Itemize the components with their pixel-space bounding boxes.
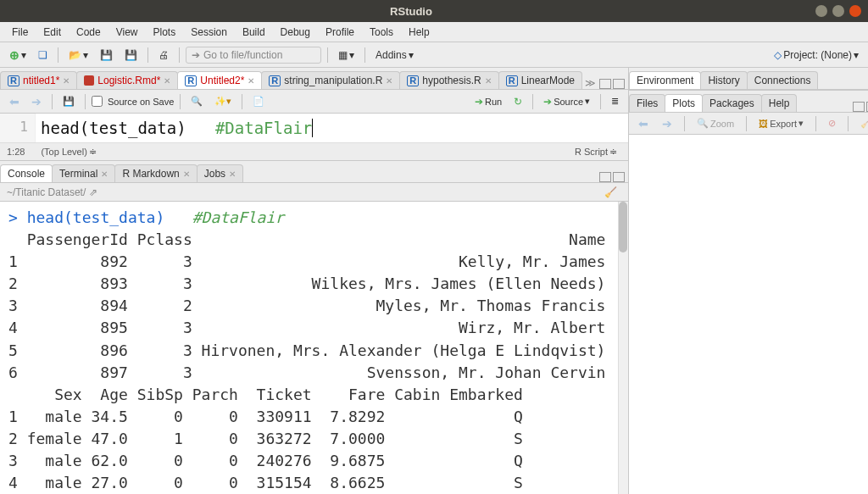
working-directory[interactable]: ~/Titanic Dataset/ — [7, 186, 86, 198]
source-on-save-checkbox[interactable] — [92, 96, 103, 107]
maximize-button[interactable] — [832, 5, 844, 17]
close-icon[interactable]: ✕ — [183, 169, 190, 179]
plot-prev-button[interactable]: ⬅ — [634, 114, 653, 133]
scroll-thumb[interactable] — [619, 202, 627, 253]
tab-packages[interactable]: Packages — [702, 94, 762, 112]
rerun-button[interactable]: ↻ — [509, 93, 526, 110]
tab-terminal[interactable]: Terminal✕ — [52, 164, 115, 182]
tab-connections[interactable]: Connections — [747, 71, 819, 89]
zoom-button[interactable]: 🔍 Zoom — [693, 115, 738, 131]
menu-code[interactable]: Code — [70, 25, 108, 40]
console-header: ~/Titanic Dataset/ ⇗ 🧹 — [0, 183, 628, 202]
project-icon: ◇ — [774, 49, 782, 61]
project-cube-icon: ❏ — [38, 49, 47, 61]
close-icon[interactable]: ✕ — [386, 76, 392, 86]
project-menu[interactable]: ◇ Project: (None) ▾ — [770, 47, 863, 64]
tab-rmarkdown[interactable]: R Markdown✕ — [114, 164, 197, 182]
close-button[interactable] — [849, 5, 861, 17]
cursor-position: 1:28 — [7, 147, 25, 157]
run-button[interactable]: ➔Run — [470, 93, 506, 110]
menu-file[interactable]: File — [5, 25, 35, 40]
minimize-pane-icon[interactable] — [599, 79, 611, 89]
menu-profile[interactable]: Profile — [319, 25, 361, 40]
close-icon[interactable]: ✕ — [248, 76, 254, 86]
tab-logistic-rmd[interactable]: Logistic.Rmd*✕ — [76, 71, 178, 89]
scope-selector[interactable]: (Top Level) ≑ — [36, 144, 100, 160]
open-file-button[interactable]: 📂▾ — [64, 47, 92, 64]
close-icon[interactable]: ✕ — [164, 76, 170, 86]
tab-environment[interactable]: Environment — [629, 71, 701, 89]
plots-area — [629, 135, 868, 494]
source-dropdown-button[interactable]: ➔Source ▾ — [539, 93, 594, 110]
grid-button[interactable]: ▦▾ — [334, 47, 359, 64]
tab-plots[interactable]: Plots — [665, 94, 703, 112]
clear-console-button[interactable]: 🧹 — [600, 184, 621, 201]
language-selector[interactable]: R Script ≑ — [570, 144, 621, 160]
pane-controls — [599, 172, 628, 182]
export-button[interactable]: 🖼 Export ▾ — [754, 115, 808, 131]
output-row: 1 male 34.5 0 0 330911 7.8292 Q — [8, 408, 523, 425]
outline-button[interactable]: ≣ — [607, 93, 623, 109]
cursor — [312, 119, 313, 137]
tab-history[interactable]: History — [700, 71, 747, 89]
clear-plots-button[interactable]: 🧹 — [856, 115, 868, 131]
goto-arrow-icon: ➔ — [192, 49, 200, 61]
remove-plot-button[interactable]: ⊘ — [824, 115, 840, 131]
tab-jobs[interactable]: Jobs✕ — [197, 164, 243, 182]
new-file-button[interactable]: ⊕▾ — [5, 46, 31, 64]
tab-untitled2[interactable]: RUntitled2*✕ — [177, 71, 262, 89]
menu-plots[interactable]: Plots — [147, 25, 183, 40]
minimize-pane-icon[interactable] — [853, 102, 865, 112]
r-file-icon: R — [269, 75, 281, 86]
close-icon[interactable]: ✕ — [229, 169, 236, 179]
pane-controls — [853, 102, 868, 112]
close-icon[interactable]: ✕ — [63, 76, 70, 86]
code-editor[interactable]: 1 head(test_data) #DataFlair — [0, 114, 628, 142]
new-project-button[interactable]: ❏ — [34, 47, 52, 64]
wd-dropdown-icon[interactable]: ⇗ — [89, 186, 97, 198]
back-button[interactable]: ⬅ — [5, 92, 24, 111]
save-button[interactable]: 💾 — [96, 47, 117, 64]
tab-hypothesis[interactable]: Rhypothesis.R✕ — [399, 71, 498, 89]
pane-controls — [599, 79, 628, 89]
tab-overflow-icon[interactable]: ≫ — [581, 77, 599, 89]
source-save-button[interactable]: 💾 — [58, 93, 79, 109]
tab-linear-model[interactable]: RLinearMode — [498, 71, 582, 89]
print-button[interactable]: 🖨 — [154, 47, 173, 64]
console-scrollbar[interactable] — [618, 202, 628, 494]
plot-next-button[interactable]: ➔ — [658, 114, 676, 133]
rmd-file-icon — [84, 75, 94, 86]
tab-help[interactable]: Help — [761, 94, 798, 112]
tab-untitled1[interactable]: Rntitled1*✕ — [0, 71, 77, 89]
minimize-button[interactable] — [815, 5, 827, 17]
titlebar: RStudio — [0, 0, 868, 22]
tab-files[interactable]: Files — [629, 94, 665, 112]
compile-report-button[interactable]: 📄 — [248, 93, 269, 109]
output-row: 2 893 3 Wilkes, Mrs. James (Ellen Needs) — [8, 275, 605, 292]
menu-help[interactable]: Help — [402, 25, 437, 40]
output-row: 4 895 3 Wirz, Mr. Albert — [8, 319, 605, 336]
maximize-pane-icon[interactable] — [613, 79, 625, 89]
goto-file-input[interactable]: ➔Go to file/function — [186, 47, 321, 64]
addins-button[interactable]: Addins ▾ — [371, 47, 418, 64]
output-row: 6 897 3 Svensson, Mr. Johan Cervin — [8, 364, 605, 381]
menu-session[interactable]: Session — [184, 25, 234, 40]
maximize-pane-icon[interactable] — [613, 172, 625, 182]
console-output[interactable]: > head(test_data) #DataFlair PassengerId… — [0, 202, 628, 494]
menu-build[interactable]: Build — [236, 25, 272, 40]
plus-icon: ⊕ — [9, 48, 19, 62]
wand-button[interactable]: ✨▾ — [210, 93, 236, 109]
menu-edit[interactable]: Edit — [36, 25, 68, 40]
minimize-pane-icon[interactable] — [599, 172, 611, 182]
menu-debug[interactable]: Debug — [274, 25, 317, 40]
code-text: head(test_data) — [41, 119, 186, 137]
menu-view[interactable]: View — [109, 25, 145, 40]
save-all-button[interactable]: 💾 — [120, 47, 142, 64]
close-icon[interactable]: ✕ — [101, 169, 108, 179]
close-icon[interactable]: ✕ — [485, 76, 492, 86]
menu-tools[interactable]: Tools — [363, 25, 400, 40]
tab-string-manipulation[interactable]: Rstring_manipulation.R✕ — [261, 71, 400, 89]
find-button[interactable]: 🔍 — [186, 93, 207, 109]
forward-button[interactable]: ➔ — [27, 92, 46, 111]
tab-console[interactable]: Console — [0, 164, 53, 182]
